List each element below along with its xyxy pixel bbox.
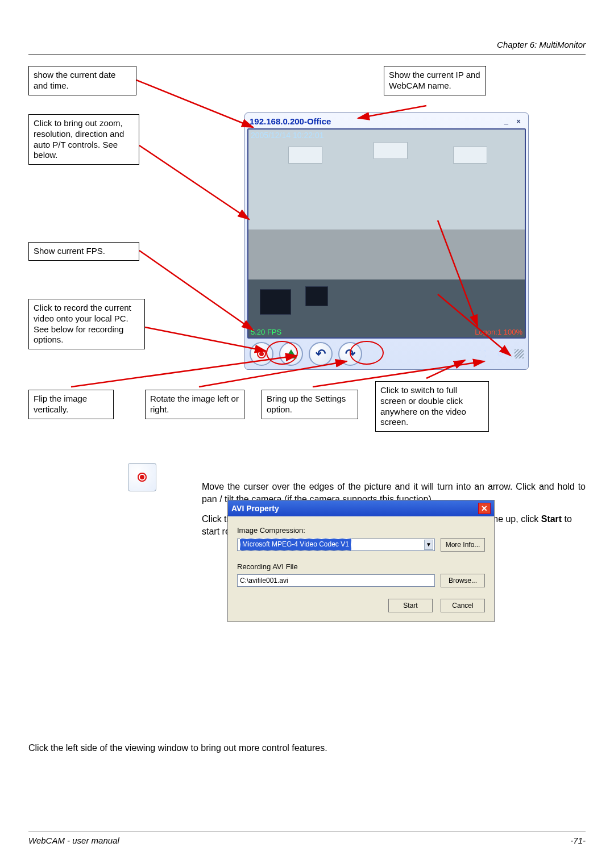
avi-property-dialog: AVI Property ✕ Image Compression: Micros… xyxy=(227,500,495,622)
compression-label: Image Compression: xyxy=(237,525,485,536)
callout-controls: Click to bring out zoom, resolution, dir… xyxy=(28,114,139,165)
record-button-example xyxy=(128,463,156,491)
callout-fps: Show current FPS. xyxy=(28,242,139,261)
cancel-button[interactable]: Cancel xyxy=(441,599,485,612)
record-icon xyxy=(257,349,266,358)
close-button[interactable]: ✕ xyxy=(478,503,491,514)
more-info-button[interactable]: More Info... xyxy=(441,538,485,552)
callout-datetime: show the current date and time. xyxy=(28,66,136,95)
record-icon xyxy=(138,473,147,482)
video-fps: 5.20 FPS xyxy=(251,328,281,336)
video-logon: Logon:1 100% xyxy=(475,328,522,336)
page-footer: WebCAM - user manual -71- xyxy=(28,832,586,845)
compression-value: Microsoft MPEG-4 Video Codec V1 xyxy=(240,539,351,550)
recording-file-input[interactable]: C:\avifile001.avi xyxy=(237,574,435,587)
callout-rotate: Rotate the image left or right. xyxy=(145,390,244,419)
footer-right: -71- xyxy=(570,836,586,845)
resize-grip[interactable] xyxy=(515,349,524,358)
chapter-header: Chapter 6: MultiMonitor xyxy=(28,40,586,55)
start-button[interactable]: Start xyxy=(388,599,433,612)
video-window: 192.168.0.200-Office _ × 2005/12/1 xyxy=(244,112,529,370)
svg-line-1 xyxy=(139,145,249,219)
compression-select[interactable]: Microsoft MPEG-4 Video Codec V1 ▼ xyxy=(237,539,435,551)
chevron-down-icon: ▼ xyxy=(424,540,433,550)
control-features-note: Click the left side of the viewing windo… xyxy=(28,742,586,754)
footer-left: WebCAM - user manual xyxy=(28,836,119,845)
highlight-circle xyxy=(266,341,298,365)
video-scene xyxy=(248,130,525,337)
callout-settings: Bring up the Settings option. xyxy=(262,390,358,419)
svg-line-2 xyxy=(139,251,253,330)
start-bold: Start xyxy=(541,514,562,524)
fullscreen-button[interactable]: ⛶ xyxy=(476,348,488,360)
video-timestamp: 2005/12/14 10:22:01 xyxy=(251,131,323,140)
rotate-left-button[interactable]: ↶ xyxy=(309,342,333,366)
svg-line-0 xyxy=(136,80,253,127)
recording-file-label: Recording AVI File xyxy=(237,562,485,572)
annotated-diagram: show the current date and time. Click to… xyxy=(28,66,574,475)
minimize-button[interactable]: _ xyxy=(501,117,511,126)
video-feed[interactable]: 2005/12/14 10:22:01 5.20 FPS Logon:1 100… xyxy=(247,128,526,339)
avi-dialog-title: AVI Property xyxy=(231,503,279,514)
close-window-button[interactable]: × xyxy=(513,117,524,126)
settings-button[interactable]: ⚙ xyxy=(494,348,507,360)
callout-fullscreen: Click to switch to full screen or double… xyxy=(375,381,489,432)
browse-button[interactable]: Browse... xyxy=(441,574,485,587)
callout-ipname: Show the current IP and WebCAM name. xyxy=(384,66,486,95)
rotate-left-icon: ↶ xyxy=(316,347,326,361)
highlight-circle xyxy=(350,341,384,365)
body-text: Move the curser over the edges of the pi… xyxy=(28,481,586,754)
callout-record: Click to record the current video onto y… xyxy=(28,299,145,349)
video-title: 192.168.0.200-Office xyxy=(250,116,331,126)
callout-flip: Flip the image vertically. xyxy=(28,390,114,419)
